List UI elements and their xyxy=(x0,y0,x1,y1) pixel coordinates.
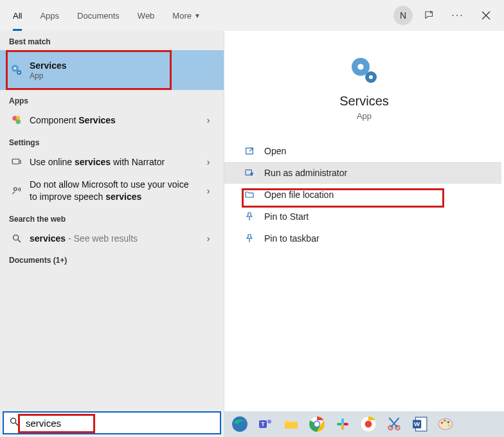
action-pin-start[interactable]: Pin to Start xyxy=(224,206,501,227)
admin-icon xyxy=(244,167,255,179)
chevron-right-icon: › xyxy=(202,115,215,125)
user-avatar[interactable]: N xyxy=(393,6,413,25)
svg-point-31 xyxy=(314,422,320,427)
svg-point-47 xyxy=(448,425,450,427)
svg-rect-9 xyxy=(12,159,19,165)
taskbar-chrome-icon[interactable] xyxy=(307,415,327,434)
search-icon xyxy=(9,233,24,244)
tab-label: Web xyxy=(138,11,155,21)
results-panel: Best match Services App Apps Component S… xyxy=(0,31,224,411)
tab-label: More xyxy=(172,11,192,21)
result-web-search[interactable]: services - See web results › xyxy=(0,227,224,250)
action-label: Pin to Start xyxy=(264,211,309,222)
svg-line-22 xyxy=(15,423,18,425)
search-input[interactable] xyxy=(24,417,215,429)
result-title: Use online services with Narrator xyxy=(30,156,198,168)
svg-text:T: T xyxy=(261,421,265,427)
speech-icon xyxy=(9,185,24,197)
action-label: Open file location xyxy=(264,190,334,200)
pin-icon xyxy=(244,233,255,244)
svg-point-37 xyxy=(365,421,372,428)
svg-point-3 xyxy=(14,67,16,69)
result-title: services - See web results xyxy=(30,233,198,245)
action-label: Run as administrator xyxy=(264,168,347,178)
action-label: Open xyxy=(264,146,286,156)
svg-rect-32 xyxy=(341,418,344,424)
svg-point-8 xyxy=(16,116,20,120)
svg-point-26 xyxy=(267,420,271,424)
chevron-right-icon: › xyxy=(202,233,215,244)
svg-point-14 xyxy=(357,64,363,69)
open-icon xyxy=(244,145,255,157)
svg-point-7 xyxy=(16,120,21,125)
preview-subtitle: App xyxy=(224,111,504,121)
svg-rect-33 xyxy=(337,423,342,425)
chevron-right-icon: › xyxy=(202,157,215,167)
chevron-right-icon: › xyxy=(202,186,215,196)
section-best-match: Best match xyxy=(0,31,224,50)
taskbar-slack-icon[interactable] xyxy=(333,415,352,434)
taskbar-explorer-icon[interactable] xyxy=(282,415,301,434)
folder-icon xyxy=(244,189,255,201)
action-open-location[interactable]: Open file location xyxy=(224,184,501,206)
tab-all[interactable]: All xyxy=(4,0,31,31)
svg-point-23 xyxy=(232,416,248,432)
chevron-down-icon: ▼ xyxy=(194,12,201,19)
svg-point-16 xyxy=(369,75,373,79)
close-button[interactable] xyxy=(472,1,500,30)
pin-icon xyxy=(244,211,255,222)
result-title: Do not allow Microsoft to use your voice… xyxy=(30,179,198,203)
titlebar-actions: N ··· xyxy=(393,1,500,30)
gear-icon xyxy=(349,55,380,86)
taskbar-paint-icon[interactable] xyxy=(436,415,455,434)
section-apps: Apps xyxy=(0,90,224,109)
taskbar-chrome-canary-icon[interactable] xyxy=(359,415,378,434)
preview-panel: Services App Open Run as administrator O… xyxy=(224,31,504,411)
taskbar-edge-icon[interactable] xyxy=(230,415,249,434)
result-subtitle: App xyxy=(30,71,211,80)
svg-point-5 xyxy=(18,71,19,73)
svg-point-44 xyxy=(441,422,443,424)
svg-text:W: W xyxy=(414,420,420,427)
result-best-match[interactable]: Services App xyxy=(0,50,224,90)
search-box[interactable] xyxy=(3,411,221,434)
tab-apps[interactable]: Apps xyxy=(31,0,68,31)
result-component-services[interactable]: Component Services › xyxy=(0,109,224,132)
action-open[interactable]: Open xyxy=(224,140,501,162)
action-label: Pin to taskbar xyxy=(264,233,320,244)
section-settings: Settings xyxy=(0,132,224,151)
tab-more[interactable]: More▼ xyxy=(163,0,210,31)
tab-web[interactable]: Web xyxy=(129,0,164,31)
svg-rect-35 xyxy=(343,423,348,425)
svg-rect-27 xyxy=(285,422,298,429)
result-narrator-services[interactable]: Use online services with Narrator › xyxy=(0,151,224,174)
preview-title: Services xyxy=(224,94,504,109)
taskbar-teams-icon[interactable]: T xyxy=(256,415,275,434)
section-search-web: Search the web xyxy=(0,208,224,227)
tab-documents[interactable]: Documents xyxy=(68,0,129,31)
feedback-icon[interactable] xyxy=(415,1,444,30)
avatar-initial: N xyxy=(400,10,406,21)
svg-line-12 xyxy=(18,240,21,242)
svg-point-10 xyxy=(14,187,17,190)
svg-rect-34 xyxy=(341,425,344,430)
result-title: Component Services xyxy=(30,114,198,127)
more-options-icon[interactable]: ··· xyxy=(444,1,472,30)
result-title: Services xyxy=(30,60,211,72)
svg-point-46 xyxy=(447,421,449,423)
taskbar: T W xyxy=(224,411,504,437)
action-pin-taskbar[interactable]: Pin to taskbar xyxy=(224,227,501,249)
filter-tabs: All Apps Documents Web More▼ N ··· xyxy=(0,0,504,31)
narrator-icon xyxy=(9,156,24,168)
tab-label: Apps xyxy=(40,11,59,21)
component-services-icon xyxy=(9,114,24,126)
result-speech-services[interactable]: Do not allow Microsoft to use your voice… xyxy=(0,174,224,208)
search-icon xyxy=(9,416,19,429)
svg-point-11 xyxy=(14,235,19,240)
tab-label: Documents xyxy=(77,11,120,21)
taskbar-word-icon[interactable]: W xyxy=(410,415,429,434)
action-run-admin[interactable]: Run as administrator xyxy=(224,162,501,184)
gear-icon xyxy=(9,63,24,77)
taskbar-snip-icon[interactable] xyxy=(384,415,404,434)
tab-label: All xyxy=(13,11,22,21)
